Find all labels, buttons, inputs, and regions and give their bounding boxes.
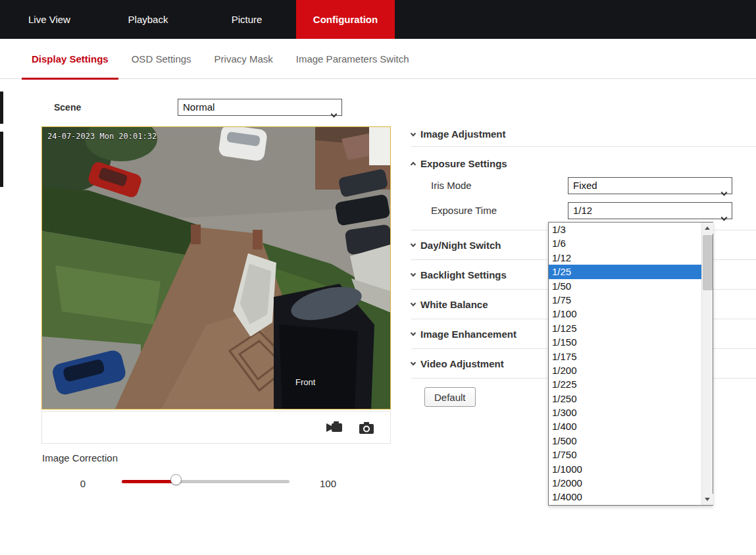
- dropdown-option[interactable]: 1/3: [549, 223, 701, 236]
- dropdown-option[interactable]: 1/75: [549, 293, 701, 307]
- screen-edge-artifact: [0, 132, 3, 187]
- dropdown-scrollbar[interactable]: [701, 223, 713, 505]
- dropdown-option[interactable]: 1/125: [549, 321, 701, 335]
- scrollbar-down-arrow-icon[interactable]: [702, 494, 713, 505]
- dropdown-option[interactable]: 1/12: [549, 251, 701, 265]
- chevron-down-icon: [411, 360, 416, 365]
- dropdown-option[interactable]: 1/2000: [549, 476, 701, 490]
- tab-display-settings[interactable]: Display Settings: [22, 39, 118, 79]
- chevron-down-icon: [722, 209, 726, 225]
- dropdown-option[interactable]: 1/250: [549, 392, 701, 406]
- iris-mode-row: Iris Mode Fixed: [431, 177, 756, 194]
- chevron-down-icon: [411, 271, 416, 277]
- chevron-down-icon: [411, 330, 416, 336]
- section-header-image-adjustment[interactable]: Image Adjustment: [411, 122, 756, 147]
- dropdown-option[interactable]: 1/6: [549, 236, 701, 250]
- dropdown-option-highlighted[interactable]: 1/25: [549, 265, 701, 278]
- tab-osd-settings[interactable]: OSD Settings: [122, 39, 201, 79]
- dropdown-option[interactable]: 1/200: [549, 363, 701, 377]
- camera-preview: 24-07-2023 Mon 20:01:32 Front: [41, 126, 391, 410]
- default-button[interactable]: Default: [424, 387, 476, 407]
- scene-select[interactable]: Normal: [178, 99, 342, 116]
- gate-pillar: [191, 225, 201, 244]
- exposure-time-label: Exposure Time: [431, 205, 497, 216]
- dropdown-option[interactable]: 1/750: [549, 448, 701, 462]
- dropdown-option[interactable]: 1/175: [549, 350, 701, 363]
- section-title: Image Enhancement: [420, 329, 517, 340]
- dropdown-option[interactable]: 1/4000: [549, 490, 701, 504]
- chevron-down-icon: [332, 105, 336, 121]
- slider-max-value: 100: [320, 478, 336, 489]
- chevron-down-icon: [722, 184, 726, 199]
- dropdown-option[interactable]: 1/1000: [549, 462, 701, 476]
- dropdown-option[interactable]: 1/225: [549, 377, 701, 391]
- iris-mode-select[interactable]: Fixed: [568, 177, 732, 194]
- nav-picture[interactable]: Picture: [197, 0, 296, 39]
- camera-snapshot-icon[interactable]: [359, 421, 376, 435]
- dropdown-option[interactable]: 1/100: [549, 307, 701, 321]
- dropdown-option[interactable]: 1/500: [549, 434, 701, 448]
- exposure-time-value: 1/12: [573, 205, 592, 216]
- settings-tab-bar: Display Settings OSD Settings Privacy Ma…: [0, 39, 756, 79]
- section-title: Backlight Settings: [420, 269, 507, 280]
- scrollbar-thumb[interactable]: [703, 235, 713, 290]
- slider-fill: [122, 480, 176, 483]
- image-correction-label: Image Correction: [42, 452, 118, 463]
- dropdown-option[interactable]: 1/300: [549, 406, 701, 419]
- scene-label: Scene: [54, 102, 81, 113]
- chevron-down-icon: [411, 301, 416, 306]
- section-title: Day/Night Switch: [420, 240, 501, 251]
- chevron-down-icon: [411, 131, 416, 136]
- dropdown-option[interactable]: 1/150: [549, 335, 701, 349]
- section-title: White Balance: [420, 299, 488, 310]
- section-title: Video Adjustment: [420, 358, 504, 369]
- scrollbar-up-arrow-icon[interactable]: [702, 223, 713, 234]
- nav-playback[interactable]: Playback: [99, 0, 197, 39]
- slider-thumb[interactable]: [170, 474, 182, 485]
- exposure-time-row: Exposure Time 1/12: [431, 202, 756, 219]
- scene-select-value: Normal: [183, 101, 214, 113]
- section-title: Exposure Settings: [420, 158, 507, 169]
- preview-toolbar: [41, 411, 391, 444]
- camcorder-icon[interactable]: [326, 421, 343, 435]
- dark-suv: [274, 280, 374, 410]
- chevron-down-icon: [411, 242, 416, 247]
- image-correction-slider[interactable]: [122, 480, 290, 483]
- iris-mode-label: Iris Mode: [431, 180, 472, 191]
- nav-configuration[interactable]: Configuration: [296, 0, 395, 39]
- section-title: Image Adjustment: [420, 128, 505, 140]
- osd-timestamp: 24-07-2023 Mon 20:01:32: [47, 132, 157, 141]
- exposure-time-select[interactable]: 1/12: [568, 202, 732, 219]
- iris-mode-value: Fixed: [573, 180, 597, 191]
- gate-pillar: [253, 230, 263, 250]
- dropdown-option[interactable]: 1/50: [549, 279, 701, 293]
- section-header-exposure-settings[interactable]: Exposure Settings: [411, 157, 756, 171]
- exposure-time-dropdown: 1/3 1/6 1/12 1/25 1/50 1/75 1/100 1/125 …: [548, 222, 713, 506]
- dropdown-option-list: 1/3 1/6 1/12 1/25 1/50 1/75 1/100 1/125 …: [549, 223, 701, 505]
- osd-front-label: Front: [295, 377, 316, 387]
- section-exposure-settings: Exposure Settings Iris Mode Fixed Exposu…: [411, 147, 756, 230]
- chevron-up-icon: [411, 162, 416, 167]
- tab-privacy-mask[interactable]: Privacy Mask: [205, 39, 283, 79]
- slider-min-value: 0: [66, 478, 86, 489]
- tab-image-parameters-switch[interactable]: Image Parameters Switch: [286, 39, 419, 79]
- dropdown-option[interactable]: 1/400: [549, 419, 701, 433]
- preview-scene: 24-07-2023 Mon 20:01:32 Front: [42, 127, 391, 410]
- section-image-adjustment: Image Adjustment: [411, 122, 756, 147]
- screen-edge-artifact: [0, 92, 3, 124]
- nav-live-view[interactable]: Live View: [0, 0, 99, 39]
- top-navigation: Live View Playback Picture Configuration: [0, 0, 756, 39]
